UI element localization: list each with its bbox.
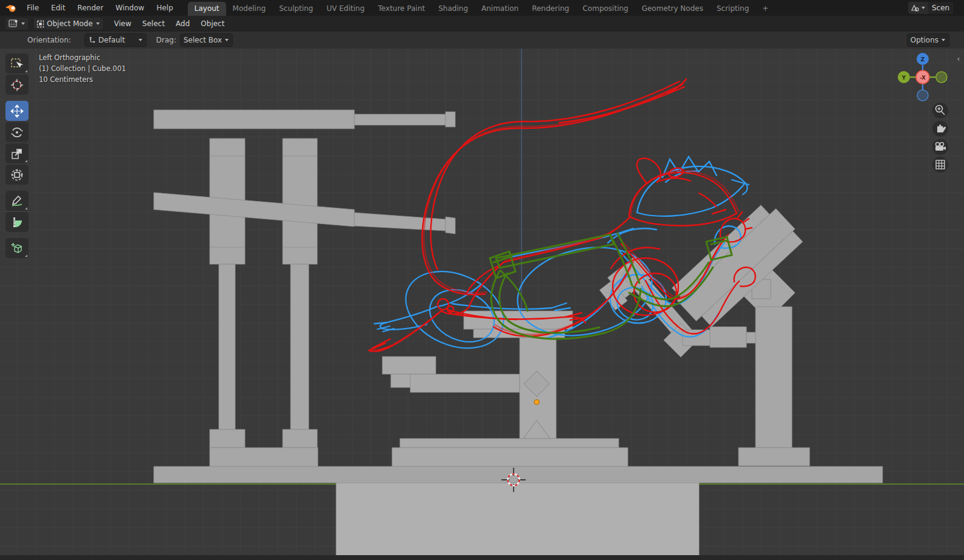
options-dropdown[interactable]: Options — [907, 33, 949, 47]
chevron-down-icon — [921, 7, 925, 9]
ortho-grid-button[interactable] — [932, 157, 948, 172]
object-origin-dot[interactable] — [534, 400, 539, 405]
tab-modeling[interactable]: Modeling — [226, 2, 273, 16]
options-label: Options — [911, 36, 938, 44]
menu-select[interactable]: Select — [137, 16, 170, 32]
menu-object[interactable]: Object — [195, 16, 230, 32]
menu-edit[interactable]: Edit — [45, 0, 71, 16]
topbar: File Edit Render Window Help Layout Mode… — [0, 0, 964, 16]
tool-cursor[interactable] — [5, 75, 29, 95]
viewport-overlay-text: Left Orthographic (1) Collection | Cube.… — [39, 52, 126, 85]
menu-render[interactable]: Render — [71, 0, 109, 16]
tab-sculpting[interactable]: Sculpting — [272, 2, 320, 16]
tool-scale[interactable] — [5, 143, 29, 163]
gizmo-y-label: Y — [901, 74, 906, 81]
floor-platform[interactable] — [154, 466, 883, 483]
menu-window[interactable]: Window — [109, 0, 150, 16]
grid-scale-label: 10 Centimeters — [39, 74, 126, 85]
pan-hand-button[interactable] — [932, 121, 948, 137]
tab-animation[interactable]: Animation — [475, 2, 525, 16]
tool-move[interactable] — [5, 101, 29, 121]
drag-mode-value: Select Box — [184, 36, 222, 44]
3d-viewport[interactable]: Z Y -X ‹ — [0, 49, 964, 560]
tool-orientation-value: Default — [98, 36, 136, 44]
gizmo-axis-z-negative[interactable] — [917, 90, 928, 101]
object-mode-icon — [36, 20, 44, 28]
menu-file[interactable]: File — [21, 0, 45, 16]
sidebar-collapse-arrow[interactable]: ‹ — [957, 55, 960, 63]
view-name-label: Left Orthographic — [39, 52, 126, 63]
tab-layout[interactable]: Layout — [188, 2, 226, 16]
zoom-button[interactable] — [932, 103, 948, 118]
menu-view[interactable]: View — [109, 16, 137, 32]
orientation-default-icon — [88, 36, 96, 44]
tab-texture-paint[interactable]: Texture Paint — [371, 2, 432, 16]
gizmo-axis-y-negative[interactable] — [936, 72, 947, 83]
scene-icon — [911, 4, 919, 12]
tab-scripting[interactable]: Scripting — [710, 2, 756, 16]
menu-add[interactable]: Add — [170, 16, 195, 32]
tool-settings-header: Orientation: Default Drag: Select Box Op… — [0, 32, 964, 49]
viewport-bottom-edge — [0, 555, 964, 560]
scene-selector[interactable]: Scen — [908, 1, 964, 15]
tool-measure[interactable] — [5, 212, 29, 232]
camera-view-button[interactable] — [932, 139, 948, 155]
mode-label: Object Mode — [47, 19, 93, 28]
chevron-down-icon — [21, 22, 25, 25]
toolbar — [5, 53, 29, 259]
tool-annotate[interactable] — [5, 191, 29, 211]
drag-mode-dropdown[interactable]: Select Box — [180, 33, 233, 47]
tool-select-box[interactable] — [5, 53, 29, 73]
tab-shading[interactable]: Shading — [432, 2, 475, 16]
tool-transform[interactable] — [5, 165, 29, 185]
foreground-block[interactable] — [336, 479, 699, 560]
chevron-down-icon — [139, 39, 142, 41]
viewport-canvas[interactable]: Z Y -X ‹ — [0, 49, 964, 560]
workspace-tabs: Layout Modeling Sculpting UV Editing Tex… — [188, 0, 776, 16]
menu-help[interactable]: Help — [150, 0, 179, 16]
orientation-label: Orientation: — [27, 36, 71, 44]
tool-rotate[interactable] — [5, 122, 29, 142]
chevron-down-icon — [96, 22, 100, 25]
chevron-down-icon — [225, 39, 229, 41]
gizmo-z-label: Z — [921, 56, 925, 63]
viewport-header: Object Mode View Select Add Object — [0, 16, 964, 32]
tab-geometry-nodes[interactable]: Geometry Nodes — [635, 2, 710, 16]
gizmo-x-label: -X — [920, 75, 926, 81]
tool-add-cube[interactable] — [5, 238, 29, 258]
add-workspace-button[interactable]: + — [756, 2, 775, 16]
tab-compositing[interactable]: Compositing — [576, 2, 635, 16]
tab-rendering[interactable]: Rendering — [525, 2, 576, 16]
chevron-down-icon — [942, 39, 945, 41]
editor-3d-viewport-icon — [9, 19, 18, 28]
drag-label: Drag: — [156, 36, 176, 44]
editor-type-button[interactable] — [5, 17, 29, 30]
mode-dropdown[interactable]: Object Mode — [33, 17, 104, 30]
tool-orientation-dropdown[interactable]: Default — [84, 33, 146, 47]
tab-uv-editing[interactable]: UV Editing — [320, 2, 371, 16]
blender-logo-icon[interactable] — [5, 3, 17, 13]
active-object-label: (1) Collection | Cube.001 — [39, 63, 126, 74]
scene-name: Scen — [928, 2, 953, 14]
